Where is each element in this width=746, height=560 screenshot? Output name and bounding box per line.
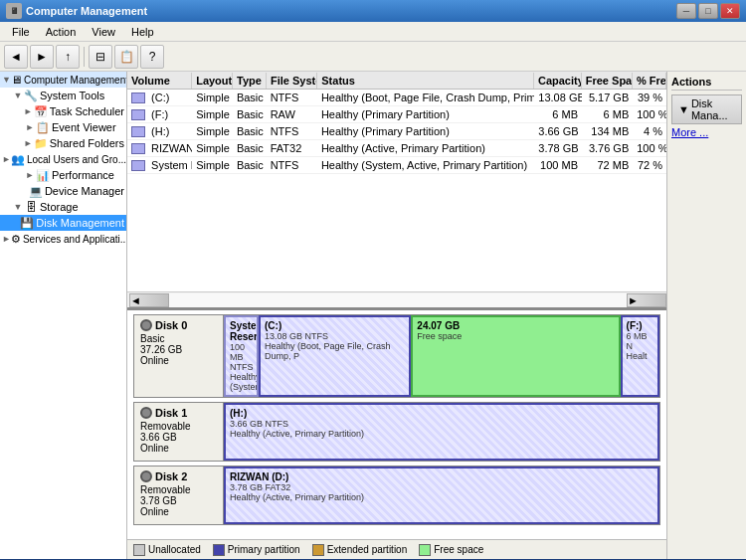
cell-freespace-0: 5.17 GB [582, 91, 633, 104]
horizontal-scrollbar[interactable]: ◄ ► [127, 291, 666, 307]
disk-btn-icon: ▼ [678, 103, 689, 115]
cell-freepct-1: 100 % [633, 107, 666, 121]
col-header-freespace[interactable]: Free Space [582, 73, 633, 89]
tree-expand-6[interactable]: ► [24, 169, 36, 181]
disk-2-partition-0[interactable]: RIZWAN (D:) 3.78 GB FAT32 Healthy (Activ… [224, 467, 659, 524]
tree-item-disk-management[interactable]: 💾 Disk Management [0, 215, 126, 231]
tree-expand-2[interactable]: ► [23, 105, 34, 117]
cell-volume-0: ▦ (C:) [127, 91, 192, 105]
cell-capacity-0: 13.08 GB [534, 91, 582, 104]
show-hide-console-button[interactable]: ⊟ [89, 45, 112, 69]
cell-layout-3: Simple [192, 141, 233, 155]
up-button[interactable]: ↑ [56, 45, 80, 69]
cell-status-0: Healthy (Boot, Page File, Crash Dump, Pr… [317, 91, 534, 104]
tree-item-services[interactable]: ► ⚙ Services and Applicati... [0, 231, 126, 247]
users-icon: 👥 [11, 152, 25, 166]
tree-item-performance[interactable]: ► 📊 Performance [0, 167, 126, 183]
col-header-layout[interactable]: Layout [192, 73, 233, 89]
tree-item-task-scheduler[interactable]: ► 📅 Task Scheduler [0, 103, 126, 119]
disk-2-size: 3.78 GB [140, 495, 217, 506]
properties-button[interactable]: 📋 [114, 45, 138, 69]
cell-freepct-2: 4 % [633, 124, 666, 138]
scroll-track[interactable] [169, 293, 627, 307]
table-row[interactable]: ▦ (F:) Simple Basic RAW Healthy (Primary… [127, 106, 666, 123]
tree-item-computer-management[interactable]: ▼ 🖥 Computer Management (L [0, 72, 126, 88]
cell-volume-4: ▦ System Reserved [127, 158, 192, 173]
services-icon: ⚙ [11, 232, 21, 246]
partition-name-sysreserved: System Reserve [230, 320, 253, 342]
col-header-filesystem[interactable]: File System [267, 73, 317, 89]
tree-item-device-manager[interactable]: 💻 Device Manager [0, 183, 126, 199]
tree-item-shared-folders[interactable]: ► 📁 Shared Folders [0, 135, 126, 151]
tree-expand-10[interactable]: ► [2, 233, 11, 245]
tree-expand-4[interactable]: ► [23, 137, 34, 149]
partition-detail1-f: 6 MB N [627, 331, 653, 351]
tree-expand-5[interactable]: ► [2, 153, 11, 165]
cell-fs-4: NTFS [267, 158, 317, 172]
scroll-left-btn[interactable]: ◄ [129, 293, 169, 307]
col-header-freepct[interactable]: % Free [633, 73, 666, 89]
tools-icon: 🔧 [24, 89, 38, 102]
tree-expand-1[interactable]: ▼ [12, 90, 24, 101]
col-header-type[interactable]: Type [233, 73, 267, 89]
content-area: Volume Layout Type File System Status Ca… [127, 72, 666, 559]
table-row[interactable]: ▦ (H:) Simple Basic NTFS Healthy (Primar… [127, 123, 666, 140]
tree-expand-0[interactable]: ▼ [2, 74, 11, 86]
disk-0-partition-0[interactable]: System Reserve 100 MB NTFS Healthy (Syst… [224, 315, 259, 397]
device-icon: 💻 [29, 184, 43, 198]
legend-freespace: Free space [419, 544, 483, 556]
disk-0-type: Basic [140, 333, 217, 344]
disk-0-partition-1[interactable]: (C:) 13.08 GB NTFS Healthy (Boot, Page F… [259, 315, 411, 397]
cell-freepct-3: 100 % [633, 141, 666, 155]
close-button[interactable]: ✕ [720, 3, 740, 19]
toolbar-separator-1 [84, 47, 85, 67]
cell-type-1: Basic [233, 107, 267, 121]
partition-detail2-d: Healthy (Active, Primary Partition) [230, 492, 653, 502]
tree-item-system-tools[interactable]: ▼ 🔧 System Tools [0, 88, 126, 103]
disk-1-partition-0[interactable]: (H:) 3.66 GB NTFS Healthy (Active, Prima… [224, 403, 659, 461]
legend-extended: Extended partition [312, 544, 408, 556]
window-title: Computer Management [26, 5, 147, 17]
col-header-capacity[interactable]: Capacity [534, 73, 582, 89]
legend-label-freespace: Free space [434, 544, 483, 555]
maximize-button[interactable]: □ [698, 3, 718, 19]
more-actions-link[interactable]: More ... [671, 126, 742, 138]
cell-volume-1: ▦ (F:) [127, 107, 192, 122]
minimize-button[interactable]: ─ [676, 3, 696, 19]
help-button[interactable]: ? [140, 45, 164, 69]
back-button[interactable]: ◄ [4, 45, 28, 69]
disk-0-label: Disk 0 Basic 37.26 GB Online [134, 315, 224, 397]
menu-help[interactable]: Help [123, 24, 162, 40]
partition-detail2-c: Healthy (Boot, Page File, Crash Dump, P [265, 341, 405, 361]
partition-detail1-h: 3.66 GB NTFS [230, 419, 653, 429]
cell-capacity-2: 3.66 GB [534, 124, 582, 138]
legend-label-unallocated: Unallocated [148, 544, 201, 555]
forward-button[interactable]: ► [30, 45, 54, 69]
tree-expand-8[interactable]: ▼ [12, 201, 24, 213]
table-row[interactable]: ▦ System Reserved Simple Basic NTFS Heal… [127, 157, 666, 174]
tree-expand-7[interactable] [19, 185, 29, 197]
table-row[interactable]: ▦ (C:) Simple Basic NTFS Healthy (Boot, … [127, 90, 666, 106]
tree-item-local-users[interactable]: ► 👥 Local Users and Gro... [0, 151, 126, 167]
disk-management-btn[interactable]: ▼ Disk Mana... [671, 94, 742, 124]
actions-title: Actions [671, 76, 742, 91]
menu-bar: File Action View Help [0, 22, 746, 42]
table-row[interactable]: ▦ RIZWAN (D:) Simple Basic FAT32 Healthy… [127, 140, 666, 157]
col-header-status[interactable]: Status [317, 73, 534, 89]
cell-fs-2: NTFS [267, 124, 317, 138]
col-header-volume[interactable]: Volume [127, 73, 192, 89]
cell-type-2: Basic [233, 124, 267, 138]
cell-freepct-0: 39 % [633, 91, 666, 104]
tree-item-event-viewer[interactable]: ► 📋 Event Viewer [0, 119, 126, 135]
disk-0-partition-3[interactable]: (F:) 6 MB N Healt [621, 315, 659, 397]
cell-capacity-1: 6 MB [534, 107, 582, 121]
scroll-right-btn[interactable]: ► [627, 293, 666, 307]
menu-file[interactable]: File [4, 24, 38, 40]
menu-action[interactable]: Action [38, 24, 85, 40]
tree-item-storage[interactable]: ▼ 🗄 Storage [0, 199, 126, 215]
disk-0-partition-2[interactable]: 24.07 GB Free space [411, 315, 620, 397]
menu-view[interactable]: View [84, 24, 123, 40]
tree-expand-3[interactable]: ► [24, 121, 36, 133]
cell-type-0: Basic [233, 91, 267, 104]
cell-freespace-1: 6 MB [582, 107, 633, 121]
